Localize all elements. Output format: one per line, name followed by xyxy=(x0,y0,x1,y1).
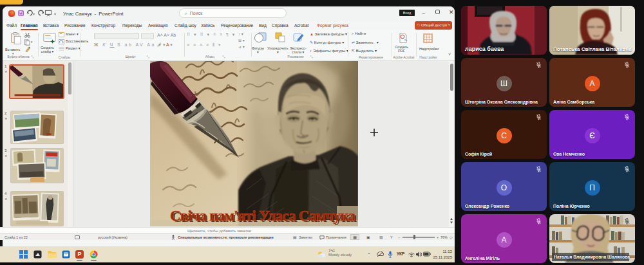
svg-text:Свіча пам'яті Уласа Самчука: Свіча пам'яті Уласа Самчука xyxy=(170,208,356,224)
